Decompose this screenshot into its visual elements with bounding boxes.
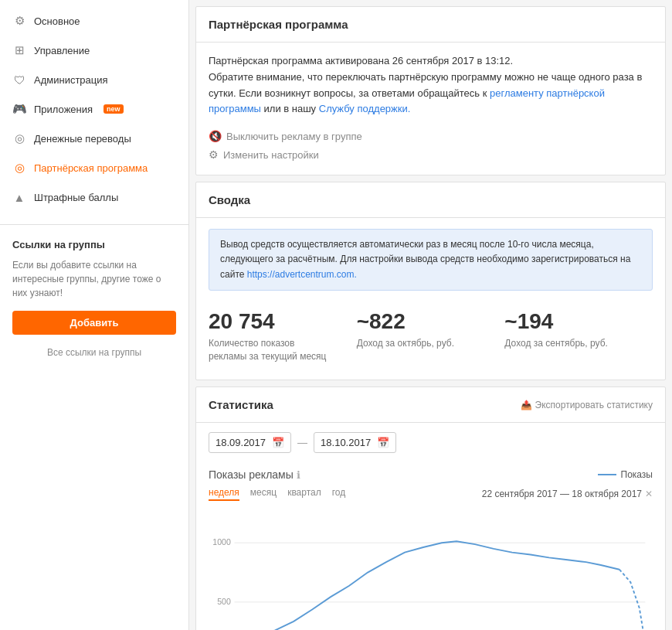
summary-section: Сводка Вывод средств осуществляется авто… (195, 182, 666, 380)
links-description: Если вы добавите ссылки на интересные гр… (0, 255, 188, 308)
shield-icon: 🛡 (12, 73, 26, 87)
partner-info-section: Партнёрская программа Партнёрская програ… (195, 6, 666, 175)
action-label-2: Изменить настройки (223, 149, 319, 161)
main-content: Партнёрская программа Партнёрская програ… (189, 0, 672, 630)
links-section-title: Ссылки на группы (0, 231, 188, 255)
stat-value-october: ~822 (357, 309, 505, 334)
sidebar-item-admin[interactable]: 🛡 Администрация (0, 65, 188, 94)
note-link[interactable]: https://advertcentrum.com. (247, 269, 357, 280)
partner-icon: ◎ (12, 161, 26, 175)
sidebar-item-label: Штрафные баллы (34, 192, 118, 203)
support-link[interactable]: Службу поддержки. (319, 103, 411, 114)
warning-icon: ▲ (12, 190, 26, 204)
stat-value-september: ~194 (504, 309, 653, 334)
stat-value-impressions: 20 754 (209, 309, 357, 334)
stat-label-october: Доход за октябрь, руб. (357, 337, 480, 350)
all-links[interactable]: Все ссылки на группы (0, 342, 188, 366)
sidebar: ⚙ Основное ⊞ Управление 🛡 Администрация … (0, 0, 189, 630)
disable-icon: 🔇 (209, 130, 222, 142)
add-button[interactable]: Добавить (12, 311, 176, 335)
sidebar-item-label: Денежные переводы (34, 133, 131, 145)
gamepad-icon: 🎮 (12, 102, 26, 116)
chart-date-range: 22 сентября 2017 — 18 октября 2017 ✕ (482, 489, 653, 499)
chart-svg: 1000 500 (209, 509, 653, 630)
sidebar-item-money[interactable]: ◎ Денежные переводы (0, 124, 188, 153)
chart-date-range-text: 22 сентября 2017 — 18 октября 2017 (482, 489, 642, 499)
legend-line (598, 474, 616, 475)
date-separator: — (297, 437, 307, 448)
partner-info: Партнёрская программа активирована 26 се… (209, 53, 653, 117)
settings-icon: ⚙ (209, 148, 219, 161)
export-link[interactable]: 📤 Экспортировать статистику (521, 400, 653, 410)
stat-label-impressions: Количество показов рекламы за текущий ме… (209, 337, 332, 363)
summary-title: Сводка (196, 182, 665, 218)
legend-label: Показы (621, 469, 653, 480)
info-text-3: или в нашу (264, 103, 317, 114)
sidebar-nav: ⚙ Основное ⊞ Управление 🛡 Администрация … (0, 0, 188, 218)
sidebar-item-uprav[interactable]: ⊞ Управление (0, 36, 188, 65)
export-icon: 📤 (521, 400, 532, 410)
chart-filters: неделя месяц квартал год 22 сентября 201… (196, 484, 665, 506)
export-label: Экспортировать статистику (535, 400, 653, 410)
filter-year[interactable]: год (332, 487, 346, 501)
close-icon[interactable]: ✕ (645, 489, 653, 499)
chart-container: 1000 500 (196, 506, 665, 630)
sidebar-item-osnov[interactable]: ⚙ Основное (0, 6, 188, 36)
filter-month[interactable]: месяц (250, 487, 277, 501)
sidebar-item-label: Приложения (34, 104, 93, 115)
filter-tabs: неделя месяц квартал год (209, 487, 345, 501)
summary-body: Вывод средств осуществляется автоматичес… (196, 218, 665, 380)
y-label-1000: 1000 (212, 537, 231, 547)
gear-icon: ⚙ (12, 14, 26, 28)
chart-line-solid (238, 542, 619, 630)
action-label-1: Выключить рекламу в группе (226, 131, 362, 142)
filter-week[interactable]: неделя (209, 487, 239, 501)
statistics-title: Статистика (209, 398, 273, 411)
date-range: 18.09.2017 📅 — 18.10.2017 📅 (196, 423, 665, 462)
chart-line-dashed (619, 570, 646, 630)
change-settings-action[interactable]: ⚙ Изменить настройки (209, 145, 653, 164)
info-text-1: Партнёрская программа активирована 26 се… (209, 55, 513, 66)
date-from-input[interactable]: 18.09.2017 📅 (209, 432, 291, 453)
sidebar-item-label: Управление (34, 45, 90, 56)
sidebar-item-partner[interactable]: ◎ Партнёрская программа (0, 153, 188, 182)
disable-ads-action[interactable]: 🔇 Выключить рекламу в группе (209, 127, 653, 145)
sidebar-divider (0, 224, 188, 225)
chart-title: Показы рекламы ℹ (209, 468, 300, 481)
stat-label-september: Доход за сентябрь, руб. (504, 337, 628, 350)
chart-title-text: Показы рекламы (209, 468, 294, 481)
chart-legend: Показы (598, 469, 653, 480)
stat-block-september: ~194 Доход за сентябрь, руб. (504, 303, 653, 369)
sidebar-item-fines[interactable]: ▲ Штрафные баллы (0, 182, 188, 212)
info-icon: ℹ (297, 469, 300, 481)
grid-icon: ⊞ (12, 43, 26, 57)
calendar-icon-to: 📅 (377, 437, 389, 448)
calendar-icon-from: 📅 (272, 437, 284, 448)
y-label-500: 500 (217, 597, 231, 606)
date-from-value: 18.09.2017 (216, 437, 266, 448)
sidebar-item-label: Партнёрская программа (34, 162, 148, 174)
sidebar-item-label: Администрация (34, 74, 108, 86)
new-badge: new (104, 104, 124, 114)
sidebar-item-label: Основное (34, 15, 80, 27)
partner-body: Партнёрская программа активирована 26 се… (196, 43, 665, 175)
statistics-header: Статистика 📤 Экспортировать статистику (196, 387, 665, 423)
money-icon: ◎ (12, 131, 26, 145)
summary-note: Вывод средств осуществляется автоматичес… (209, 229, 653, 291)
date-to-input[interactable]: 18.10.2017 📅 (314, 432, 396, 453)
sidebar-item-apps[interactable]: 🎮 Приложения new (0, 94, 188, 124)
stats-row: 20 754 Количество показов рекламы за тек… (209, 303, 653, 369)
chart-header: Показы рекламы ℹ Показы (196, 462, 665, 484)
statistics-section: Статистика 📤 Экспортировать статистику 1… (195, 387, 666, 630)
filter-quarter[interactable]: квартал (287, 487, 321, 501)
date-to-value: 18.10.2017 (321, 437, 371, 448)
stat-block-october: ~822 Доход за октябрь, руб. (357, 303, 505, 369)
stat-block-impressions: 20 754 Количество показов рекламы за тек… (209, 303, 357, 369)
partner-title: Партнёрская программа (196, 7, 665, 43)
